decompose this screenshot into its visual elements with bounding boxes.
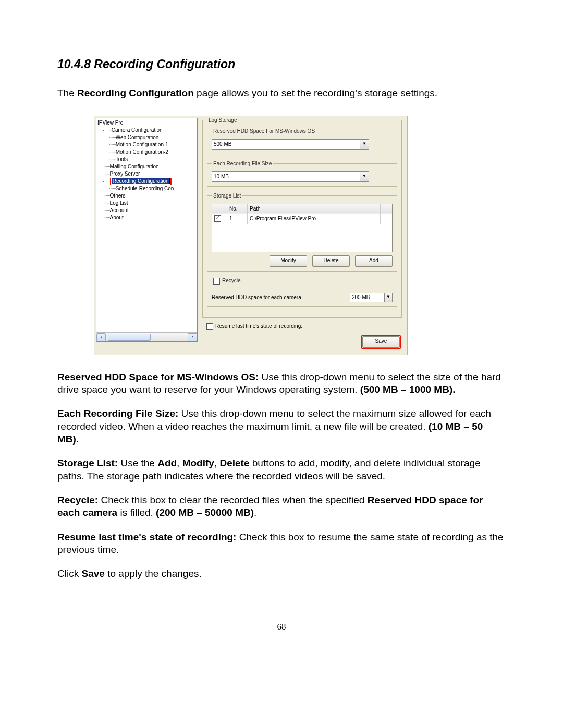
dropdown-icon[interactable]: ▼: [360, 172, 369, 181]
tree-item-mailing[interactable]: ·······Mailing Configuration: [96, 163, 197, 170]
storage-list-group: Storage List No. Path: [207, 193, 397, 272]
filesize-select[interactable]: 10 MB ▼: [212, 171, 369, 182]
tree-label: Mailing Configuration: [110, 164, 159, 169]
recycle-legend-text: Recycle: [222, 278, 241, 283]
tree-label: Motion Configuration-2: [116, 149, 168, 155]
tree-label: Camera Configuration: [112, 127, 163, 133]
dropdown-icon[interactable]: ▼: [360, 140, 369, 149]
scroll-left-icon[interactable]: ‹: [96, 333, 106, 341]
resume-row: Resume last time's state of recording.: [206, 323, 402, 330]
row-check[interactable]: [212, 214, 227, 224]
para-bold: (500 MB – 1000 MB).: [360, 384, 456, 395]
para-bold: Reserved HDD Space for MS-Windows OS:: [57, 372, 259, 382]
filesize-legend: Each Recording File Size: [212, 161, 273, 166]
modify-button[interactable]: Modify: [270, 255, 307, 267]
col-check[interactable]: [212, 204, 227, 214]
reserved-hdd-value: 500 MB: [212, 141, 360, 147]
tree-item-motion2[interactable]: ·······Motion Configuration-2: [96, 149, 197, 156]
tree-item-web-config[interactable]: ·······Web Configuration: [96, 134, 197, 141]
para-text: to apply the changes.: [105, 568, 202, 579]
reserved-hdd-select[interactable]: 500 MB ▼: [212, 139, 369, 150]
tree-label: Proxy Server: [110, 171, 140, 177]
tree-item-recording-config[interactable]: -····Recording Configuration: [96, 178, 197, 185]
tree-label: Account: [110, 207, 129, 213]
tree-label: Motion Configuration-1: [116, 142, 168, 147]
para-text: Use the: [118, 458, 157, 468]
resume-checkbox[interactable]: [206, 323, 213, 330]
tree-label: Others: [110, 193, 126, 199]
storage-list-legend: Storage List: [212, 193, 242, 199]
para-reserved-hdd: Reserved HDD Space for MS-Windows OS: Us…: [57, 371, 506, 397]
intro-paragraph: The Recording Configuration page allows …: [57, 87, 506, 100]
delete-button[interactable]: Delete: [312, 255, 350, 267]
filesize-value: 10 MB: [212, 174, 360, 179]
para-bold: Resume last time's state of recording:: [57, 532, 236, 542]
para-text: is filled.: [117, 507, 156, 518]
tree-root[interactable]: IPView Pro: [96, 119, 197, 127]
para-text: ,: [214, 458, 220, 468]
checkbox-checked-icon[interactable]: [214, 215, 221, 222]
para-bold: Modify: [182, 458, 214, 468]
add-button[interactable]: Add: [355, 255, 393, 267]
log-storage-legend: Log Storage: [207, 117, 239, 123]
tree-item-others[interactable]: ·······Others: [96, 192, 197, 200]
reserved-hdd-group: Reserved HDD Space For MS-Windows OS 500…: [207, 128, 397, 154]
para-text: .: [254, 507, 256, 518]
tree-label-selected: Recording Configuration: [112, 178, 170, 184]
row-no: 1: [227, 214, 248, 224]
storage-table: No. Path 1 C:\Program Files\IPView Pro: [212, 204, 393, 252]
para-save: Click Save to apply the changes.: [57, 567, 506, 580]
para-bold: (200 MB – 50000 MB): [156, 507, 254, 518]
tree-label: Log List: [110, 200, 128, 206]
tree-label: Web Configuration: [116, 134, 159, 140]
recycle-legend: Recycle: [212, 278, 242, 285]
tree-item-account[interactable]: ·······Account: [96, 207, 197, 214]
embedded-screenshot: IPView Pro -····Camera Configuration ···…: [94, 116, 408, 355]
section-heading: 10.4.8 Recording Configuration: [57, 57, 506, 71]
col-no[interactable]: No.: [227, 204, 248, 214]
collapse-icon[interactable]: -: [101, 128, 106, 133]
table-empty: [212, 224, 393, 252]
tree-item-schedule[interactable]: ·······Schedule-Recording Con: [96, 185, 197, 192]
col-path[interactable]: Path: [248, 204, 381, 214]
tree-item-tools[interactable]: ·······Tools: [96, 156, 197, 163]
intro-bold: Recording Configuration: [77, 88, 194, 98]
body-text: Reserved HDD Space for MS-Windows OS: Us…: [57, 371, 506, 581]
para-text: ,: [177, 458, 182, 468]
tree-label: About: [110, 215, 124, 220]
para-bold: Delete: [219, 458, 249, 468]
scroll-right-icon[interactable]: ›: [188, 333, 197, 341]
scroll-thumb[interactable]: [108, 334, 151, 341]
document-page: 10.4.8 Recording Configuration The Recor…: [0, 0, 563, 663]
intro-text: The: [57, 88, 77, 98]
para-text: Check this box to clear the recorded fil…: [98, 495, 367, 505]
para-text: .: [76, 434, 79, 445]
horizontal-scrollbar[interactable]: ‹ ›: [96, 332, 197, 341]
intro-text-post: page allows you to set the recording's s…: [194, 88, 437, 98]
para-bold: Storage List:: [57, 458, 118, 468]
para-bold: Recycle:: [57, 495, 98, 505]
filesize-group: Each Recording File Size 10 MB ▼: [207, 161, 397, 187]
tree-label: Schedule-Recording Con: [116, 186, 174, 191]
tree-item-about[interactable]: ·······About: [96, 214, 197, 221]
tree-item-proxy[interactable]: ·······Proxy Server: [96, 170, 197, 178]
page-number: 68: [57, 622, 506, 632]
resume-label: Resume last time's state of recording.: [215, 323, 302, 329]
save-button[interactable]: Save: [362, 336, 400, 348]
log-storage-group: Log Storage Reserved HDD Space For MS-Wi…: [202, 117, 402, 318]
row-path: C:\Program Files\IPView Pro: [248, 214, 381, 224]
recycle-value: 200 MB: [350, 294, 384, 300]
para-recycle: Recycle: Check this box to clear the rec…: [57, 494, 506, 520]
recycle-checkbox[interactable]: [213, 278, 220, 285]
table-row[interactable]: 1 C:\Program Files\IPView Pro: [212, 214, 393, 224]
tree-root-label: IPView Pro: [97, 120, 123, 126]
tree-item-loglist[interactable]: ·······Log List: [96, 200, 197, 207]
dropdown-icon[interactable]: ▼: [384, 293, 392, 302]
tree-item-camera-config[interactable]: -····Camera Configuration: [96, 127, 197, 134]
para-filesize: Each Recording File Size: Use this drop-…: [57, 408, 506, 446]
tree-item-motion1[interactable]: ·······Motion Configuration-1: [96, 141, 197, 149]
col-spacer: [381, 204, 393, 214]
para-bold: Add: [157, 458, 177, 468]
collapse-icon[interactable]: -: [101, 179, 106, 184]
recycle-select[interactable]: 200 MB ▼: [350, 293, 393, 302]
